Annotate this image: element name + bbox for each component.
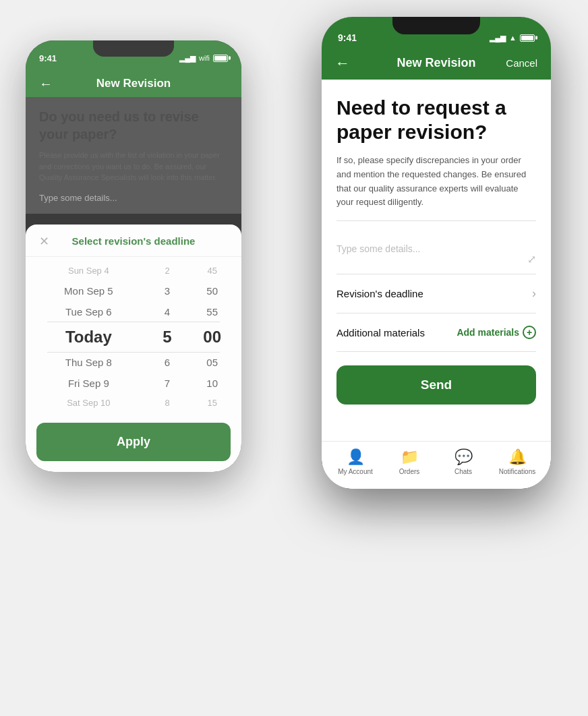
front-cancel-button[interactable]: Cancel bbox=[506, 57, 537, 69]
day-column: Sun Sep 4 Mon Sep 5 Tue Sep 6 Today Thu … bbox=[32, 262, 145, 412]
back-dimmed-content: Do you need us to revise your paper? Ple… bbox=[26, 97, 241, 214]
tab-my-account[interactable]: 👤 My Account bbox=[328, 448, 382, 475]
deadline-label: Revision's deadline bbox=[336, 288, 423, 299]
picker-hour-6: 8 bbox=[162, 394, 172, 412]
picker-sheet: ✕ Select revision's deadline Sun Sep 4 M… bbox=[26, 225, 241, 472]
wifi-icon: wifi bbox=[199, 54, 210, 62]
tab-chats[interactable]: 💬 Chats bbox=[436, 448, 490, 475]
tab-notifications[interactable]: 🔔 Notifications bbox=[490, 448, 544, 475]
picker-min-3: 00 bbox=[200, 323, 224, 351]
back-arrow-icon: ← bbox=[39, 76, 53, 92]
my-account-icon: 👤 bbox=[347, 448, 365, 466]
deadline-arrow-icon: › bbox=[532, 287, 536, 301]
front-wifi-icon: ▲ bbox=[509, 34, 517, 42]
picker-day-5: Fri Sep 9 bbox=[65, 374, 112, 393]
materials-label: Additional materials bbox=[336, 327, 425, 338]
tab-orders-label: Orders bbox=[399, 468, 420, 475]
picker-hour-2: 4 bbox=[162, 302, 173, 322]
front-content: Need to request a paper revision? If so,… bbox=[322, 80, 551, 441]
back-nav-bar: ← New Revision bbox=[26, 70, 241, 97]
picker-min-0: 45 bbox=[204, 262, 219, 280]
send-button[interactable]: Send bbox=[336, 365, 536, 405]
back-type-input: Type some details... bbox=[39, 193, 228, 203]
front-description: If so, please specify discrepancies in y… bbox=[336, 154, 536, 221]
picker-min-2: 55 bbox=[204, 302, 220, 322]
add-materials-button[interactable]: Add materials + bbox=[457, 326, 536, 339]
picker-day-1: Mon Sep 5 bbox=[61, 281, 116, 301]
deadline-row[interactable]: Revision's deadline › bbox=[336, 274, 536, 314]
back-heading: Do you need us to revise your paper? bbox=[39, 108, 228, 143]
picker-min-5: 10 bbox=[204, 374, 220, 393]
front-screen: 9:41 ▂▄▆ ▲ ← New Revision Cancel Need to… bbox=[322, 17, 551, 489]
detail-input-area[interactable]: Type some details... ⤢ bbox=[336, 235, 536, 274]
back-phone: 9:41 ▂▄▆ wifi ← New Revision Do you need… bbox=[26, 40, 241, 472]
add-materials-label: Add materials bbox=[457, 327, 519, 338]
picker-day-2: Tue Sep 6 bbox=[63, 302, 115, 322]
front-battery-icon bbox=[520, 34, 535, 42]
front-notch bbox=[392, 17, 480, 34]
picker-hour-3: 5 bbox=[160, 323, 174, 351]
sheet-header: ✕ Select revision's deadline bbox=[26, 235, 241, 257]
front-signal-icon: ▂▄▆ bbox=[490, 34, 506, 42]
back-description: Please provide us with the list of viola… bbox=[39, 150, 228, 183]
front-phone: 9:41 ▂▄▆ ▲ ← New Revision Cancel Need to… bbox=[322, 17, 551, 489]
picker-day-4: Thu Sep 8 bbox=[63, 353, 115, 372]
tab-bar: 👤 My Account 📁 Orders 💬 Chats 🔔 Notifica… bbox=[322, 441, 551, 489]
back-status-icons: ▂▄▆ wifi bbox=[179, 54, 228, 63]
minute-column: 45 50 55 00 05 10 15 bbox=[189, 262, 235, 412]
tab-orders[interactable]: 📁 Orders bbox=[382, 448, 436, 475]
expand-icon[interactable]: ⤢ bbox=[527, 253, 536, 266]
back-notch bbox=[93, 40, 174, 57]
signal-icon: ▂▄▆ bbox=[179, 54, 196, 63]
tab-my-account-label: My Account bbox=[338, 468, 373, 475]
apply-button[interactable]: Apply bbox=[36, 423, 231, 461]
picker-hour-5: 7 bbox=[162, 374, 173, 393]
tab-notifications-label: Notifications bbox=[499, 468, 535, 475]
front-nav-bar: ← New Revision Cancel bbox=[322, 49, 551, 80]
battery-icon bbox=[213, 55, 228, 62]
picker-hour-0: 2 bbox=[162, 262, 172, 280]
picker-day-3: Today bbox=[63, 323, 115, 351]
front-status-icons: ▂▄▆ ▲ bbox=[490, 34, 535, 42]
hour-column: 2 3 4 5 6 7 8 bbox=[145, 262, 190, 412]
materials-row: Additional materials Add materials + bbox=[336, 314, 536, 352]
picker-columns: Sun Sep 4 Mon Sep 5 Tue Sep 6 Today Thu … bbox=[26, 257, 241, 417]
front-nav-title: New Revision bbox=[396, 56, 475, 70]
picker-min-4: 05 bbox=[204, 353, 220, 372]
notifications-icon: 🔔 bbox=[508, 448, 527, 466]
back-nav-title: New Revision bbox=[96, 77, 171, 90]
sheet-title: Select revision's deadline bbox=[72, 235, 196, 247]
picker-min-6: 15 bbox=[204, 394, 219, 412]
tab-chats-label: Chats bbox=[454, 468, 472, 475]
plus-circle-icon: + bbox=[523, 326, 536, 339]
chats-icon: 💬 bbox=[454, 448, 473, 466]
picker-day-0: Sun Sep 4 bbox=[65, 262, 112, 280]
picker-min-1: 50 bbox=[204, 281, 220, 301]
orders-icon: 📁 bbox=[401, 448, 419, 466]
picker-hour-1: 3 bbox=[162, 281, 173, 301]
picker-day-6: Sat Sep 10 bbox=[64, 394, 113, 412]
back-time: 9:41 bbox=[39, 53, 57, 63]
front-back-arrow[interactable]: ← bbox=[335, 55, 350, 72]
picker-hour-4: 6 bbox=[162, 353, 173, 372]
front-heading: Need to request a paper revision? bbox=[336, 96, 536, 144]
detail-placeholder: Type some details... bbox=[336, 243, 421, 254]
front-time: 9:41 bbox=[338, 32, 357, 43]
close-button[interactable]: ✕ bbox=[39, 234, 49, 249]
